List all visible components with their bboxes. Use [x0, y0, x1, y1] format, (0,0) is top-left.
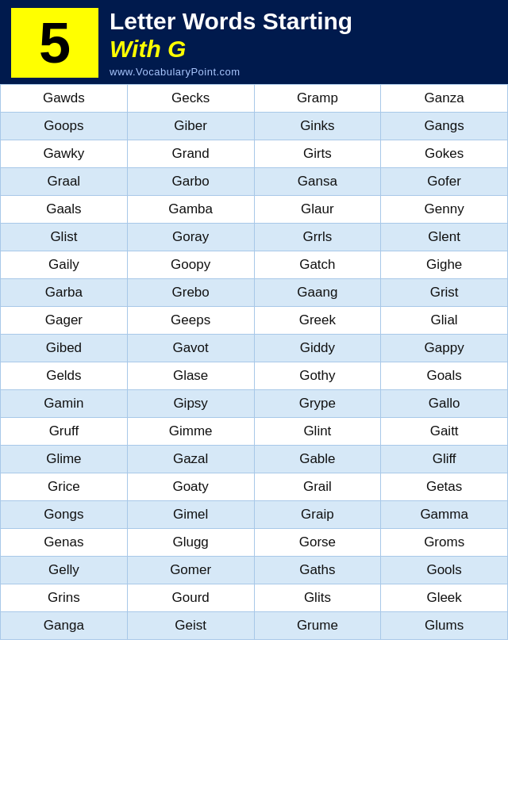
word-cell: Glime — [1, 446, 128, 473]
word-cell: Gipsy — [127, 390, 254, 418]
table-row: GawkyGrandGirtsGokes — [1, 140, 508, 168]
word-cell: Grist — [381, 279, 508, 307]
word-cell: Gangs — [381, 113, 508, 140]
word-cell: Grype — [254, 390, 381, 418]
website-url: www.VocabularyPoint.com — [110, 66, 497, 78]
table-row: GraalGarboGansaGofer — [1, 168, 508, 196]
word-cell: Gavot — [127, 335, 254, 362]
table-row: GruffGimmeGlintGaitt — [1, 418, 508, 446]
word-cell: Gansa — [254, 168, 381, 196]
word-cell: Graip — [254, 501, 381, 529]
word-cell: Glums — [381, 612, 508, 640]
word-cell: Goops — [1, 113, 128, 140]
table-row: GongsGimelGraipGamma — [1, 501, 508, 529]
word-cell: Gaals — [1, 196, 128, 224]
word-cell: Geeps — [127, 307, 254, 335]
number-badge: 5 — [11, 8, 98, 78]
word-cell: Gawds — [1, 85, 128, 113]
word-cell: Genny — [381, 196, 508, 224]
table-row: GlimeGazalGableGliff — [1, 446, 508, 473]
word-cell: Groms — [381, 529, 508, 557]
word-cell: Gawky — [1, 140, 128, 168]
word-cell: Gallo — [381, 390, 508, 418]
word-cell: Garba — [1, 279, 128, 307]
word-cell: Giber — [127, 113, 254, 140]
page-header: 5 Letter Words Starting With G www.Vocab… — [0, 0, 508, 84]
table-row: GangaGeistGrumeGlums — [1, 612, 508, 640]
word-cell: Gothy — [254, 362, 381, 390]
word-cell: Goray — [127, 224, 254, 251]
word-cell: Grins — [1, 584, 128, 612]
word-cell: Gable — [254, 446, 381, 473]
table-row: GriceGoatyGrailGetas — [1, 473, 508, 501]
table-row: GailyGoopyGatchGighe — [1, 251, 508, 279]
word-cell: Gappy — [381, 335, 508, 362]
word-cell: Gruff — [1, 418, 128, 446]
word-cell: Glint — [254, 418, 381, 446]
word-cell: Gourd — [127, 584, 254, 612]
word-cell: Glase — [127, 362, 254, 390]
word-cell: Gighe — [381, 251, 508, 279]
word-cell: Grebo — [127, 279, 254, 307]
table-row: GeldsGlaseGothyGoals — [1, 362, 508, 390]
word-cell: Gelly — [1, 557, 128, 584]
header-text-block: Letter Words Starting With G www.Vocabul… — [110, 8, 497, 78]
word-cell: Greek — [254, 307, 381, 335]
word-cell: Girts — [254, 140, 381, 168]
table-row: GaalsGambaGlaurGenny — [1, 196, 508, 224]
table-row: GaminGipsyGrypeGallo — [1, 390, 508, 418]
table-row: GellyGomerGathsGools — [1, 557, 508, 584]
word-cell: Gokes — [381, 140, 508, 168]
table-row: GarbaGreboGaangGrist — [1, 279, 508, 307]
table-row: GrinsGourdGlitsGleek — [1, 584, 508, 612]
word-cell: Genas — [1, 529, 128, 557]
word-cell: Gramp — [254, 85, 381, 113]
word-cell: Glits — [254, 584, 381, 612]
table-row: GagerGeepsGreekGlial — [1, 307, 508, 335]
word-cell: Gamin — [1, 390, 128, 418]
word-cell: Gaitt — [381, 418, 508, 446]
word-cell: Glial — [381, 307, 508, 335]
word-cell: Grrls — [254, 224, 381, 251]
word-cell: Gazal — [127, 446, 254, 473]
word-cell: Gorse — [254, 529, 381, 557]
word-cell: Gatch — [254, 251, 381, 279]
word-cell: Goals — [381, 362, 508, 390]
word-cell: Ganga — [1, 612, 128, 640]
word-cell: Gimel — [127, 501, 254, 529]
word-cell: Goopy — [127, 251, 254, 279]
word-cell: Geist — [127, 612, 254, 640]
word-cell: Ginks — [254, 113, 381, 140]
table-row: GenasGluggGorseGroms — [1, 529, 508, 557]
word-cell: Gager — [1, 307, 128, 335]
table-row: GoopsGiberGinksGangs — [1, 113, 508, 140]
word-cell: Gleek — [381, 584, 508, 612]
word-cell: Gliff — [381, 446, 508, 473]
word-cell: Gaths — [254, 557, 381, 584]
word-cell: Grice — [1, 473, 128, 501]
word-cell: Gelds — [1, 362, 128, 390]
word-cell: Giddy — [254, 335, 381, 362]
word-cell: Gools — [381, 557, 508, 584]
word-cell: Gaily — [1, 251, 128, 279]
word-cell: Gamma — [381, 501, 508, 529]
word-cell: Gomer — [127, 557, 254, 584]
table-row: GibedGavotGiddyGappy — [1, 335, 508, 362]
word-cell: Glugg — [127, 529, 254, 557]
word-cell: Ganza — [381, 85, 508, 113]
word-cell: Gaang — [254, 279, 381, 307]
table-row: GawdsGecksGrampGanza — [1, 85, 508, 113]
word-cell: Grail — [254, 473, 381, 501]
word-cell: Graal — [1, 168, 128, 196]
word-cell: Gamba — [127, 196, 254, 224]
word-cell: Grand — [127, 140, 254, 168]
word-cell: Gofer — [381, 168, 508, 196]
page-title: Letter Words Starting With G — [110, 8, 497, 63]
title-with: With G — [110, 36, 186, 62]
word-cell: Gibed — [1, 335, 128, 362]
table-row: GlistGorayGrrlsGlent — [1, 224, 508, 251]
word-cell: Gongs — [1, 501, 128, 529]
word-cell: Goaty — [127, 473, 254, 501]
title-part1: Letter Words Starting — [110, 8, 352, 34]
word-cell: Grume — [254, 612, 381, 640]
